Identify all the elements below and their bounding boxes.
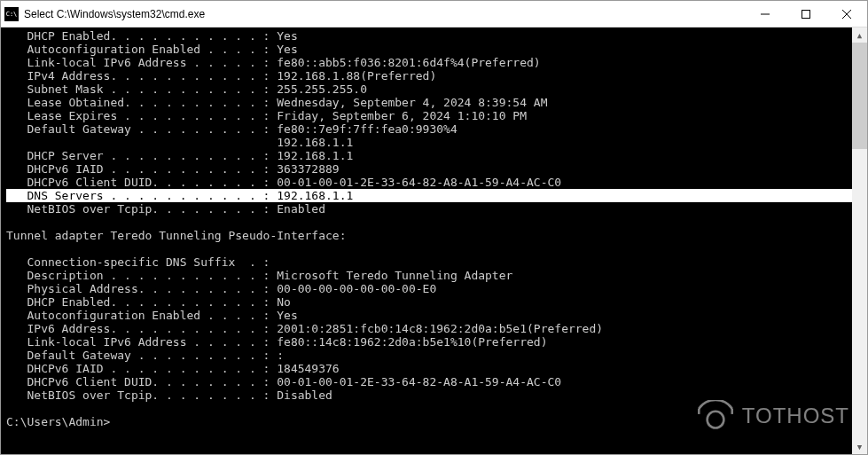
output-line: DHCPv6 Client DUID. . . . . . . . : 00-0… [6, 375, 852, 388]
output-line: DHCP Enabled. . . . . . . . . . . : Yes [6, 29, 852, 43]
output-line: Lease Expires . . . . . . . . . . : Frid… [6, 109, 852, 122]
output-line: IPv6 Address. . . . . . . . . . . : 2001… [6, 322, 852, 335]
output-line: Tunnel adapter Teredo Tunneling Pseudo-I… [6, 229, 852, 242]
output-line: Link-local IPv6 Address . . . . . : fe80… [6, 335, 852, 349]
scroll-thumb[interactable] [852, 43, 867, 149]
output-line: 192.168.1.1 [6, 136, 852, 149]
terminal-output[interactable]: DHCP Enabled. . . . . . . . . . . : Yes … [1, 27, 852, 454]
output-line: Description . . . . . . . . . . . : Micr… [6, 269, 852, 282]
output-line: DHCP Server . . . . . . . . . . . : 192.… [6, 149, 852, 162]
output-line: DHCPv6 IAID . . . . . . . . . . . : 1845… [6, 362, 852, 375]
output-line: DHCPv6 IAID . . . . . . . . . . . : 3633… [6, 162, 852, 176]
output-line: Link-local IPv6 Address . . . . . : fe80… [6, 56, 852, 69]
output-line: IPv4 Address. . . . . . . . . . . : 192.… [6, 69, 852, 82]
output-line: Autoconfiguration Enabled . . . . : Yes [6, 43, 852, 56]
close-button[interactable] [826, 1, 867, 27]
window-title: Select C:\Windows\system32\cmd.exe [24, 8, 745, 20]
scroll-up-arrow[interactable]: ▲ [852, 27, 867, 43]
terminal-area: DHCP Enabled. . . . . . . . . . . : Yes … [1, 27, 867, 454]
scroll-down-arrow[interactable]: ▼ [852, 439, 867, 454]
maximize-button[interactable] [786, 1, 826, 27]
output-line [6, 216, 852, 229]
output-line: NetBIOS over Tcpip. . . . . . . . : Disa… [6, 388, 852, 402]
minimize-button[interactable] [745, 1, 786, 27]
svg-rect-1 [802, 10, 810, 18]
output-line: Autoconfiguration Enabled . . . . : Yes [6, 309, 852, 322]
titlebar[interactable]: C:\ Select C:\Windows\system32\cmd.exe [1, 1, 867, 27]
output-line: DNS Servers . . . . . . . . . . . : 192.… [6, 189, 852, 202]
scrollbar[interactable]: ▲ ▼ [852, 27, 867, 454]
output-line: Connection-specific DNS Suffix . : [6, 255, 852, 269]
app-icon: C:\ [4, 7, 19, 21]
output-line: Default Gateway . . . . . . . . . : fe80… [6, 122, 852, 136]
output-line [6, 402, 852, 415]
output-line: Subnet Mask . . . . . . . . . . . : 255.… [6, 82, 852, 96]
output-line: NetBIOS over Tcpip. . . . . . . . : Enab… [6, 202, 852, 216]
cmd-window: C:\ Select C:\Windows\system32\cmd.exe D… [0, 0, 868, 455]
output-line [6, 242, 852, 255]
output-line: Default Gateway . . . . . . . . . : : [6, 349, 852, 362]
output-line: DHCP Enabled. . . . . . . . . . . : No [6, 295, 852, 309]
prompt-line[interactable]: C:\Users\Admin> [6, 415, 852, 428]
output-line: DHCPv6 Client DUID. . . . . . . . : 00-0… [6, 176, 852, 189]
output-line: Physical Address. . . . . . . . . : 00-0… [6, 282, 852, 295]
output-line: Lease Obtained. . . . . . . . . . : Wedn… [6, 96, 852, 109]
